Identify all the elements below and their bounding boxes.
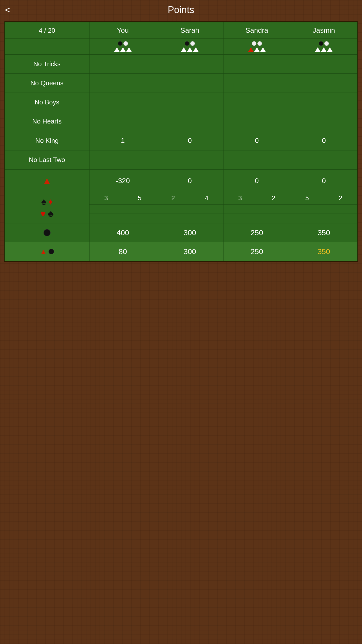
triangle-you: -320 bbox=[89, 170, 156, 192]
sandra-tri-1 bbox=[248, 47, 254, 52]
spade-icon: ♠ bbox=[41, 196, 46, 207]
no-boys-row: No Boys bbox=[5, 93, 357, 112]
suit-icons-cell: ♠ ♦ ♥ ♣ bbox=[5, 192, 89, 223]
sarah-dot-2 bbox=[190, 41, 195, 46]
no-queens-row: No Queens bbox=[5, 74, 357, 93]
no-last-two-row: No Last Two bbox=[5, 150, 357, 170]
no-tricks-row: No Tricks bbox=[5, 55, 357, 74]
suit-e2-2 bbox=[123, 214, 156, 223]
heart-icon: ♥ bbox=[40, 209, 46, 219]
you-tri-3 bbox=[126, 47, 132, 52]
no-last-two-label: No Last Two bbox=[5, 150, 89, 170]
triangle-sandra: 0 bbox=[223, 170, 290, 192]
suit-e1-4 bbox=[190, 204, 223, 214]
suit-e1-8 bbox=[324, 204, 357, 214]
you-tri-1 bbox=[114, 47, 120, 52]
sandra-tri-2 bbox=[254, 47, 260, 52]
you-dot-1 bbox=[118, 41, 122, 46]
no-queens-jasmin bbox=[290, 74, 357, 93]
club-icon: ♣ bbox=[48, 209, 54, 219]
back-button[interactable]: < bbox=[5, 6, 10, 15]
you-tri-2 bbox=[120, 47, 126, 52]
final-sandra: 250 bbox=[223, 242, 290, 261]
player-sandra: Sandra bbox=[223, 22, 290, 39]
triangle-icon-cell: ▲ bbox=[5, 170, 89, 192]
final-icon-cell: ▲ bbox=[5, 242, 89, 261]
red-triangle-icon: ▲ bbox=[42, 175, 52, 186]
no-tricks-jasmin bbox=[290, 55, 357, 74]
no-queens-you bbox=[89, 74, 156, 93]
player-jasmin: Jasmin bbox=[290, 22, 357, 39]
final-circle-icon bbox=[49, 249, 54, 254]
suit-e1-7 bbox=[290, 204, 324, 214]
sarah-tri-3 bbox=[193, 47, 199, 52]
sandra-icons bbox=[223, 39, 290, 55]
suit-e2-4 bbox=[190, 214, 223, 223]
sarah-dot-1 bbox=[185, 41, 189, 46]
triangle-sarah: 0 bbox=[156, 170, 223, 192]
no-last-two-sandra bbox=[223, 150, 290, 170]
circle-icon-cell bbox=[5, 223, 89, 242]
no-boys-sarah bbox=[156, 93, 223, 112]
no-boys-jasmin bbox=[290, 93, 357, 112]
player-sarah: Sarah bbox=[156, 22, 223, 39]
suits-num-sarah-1: 2 bbox=[156, 192, 190, 205]
suit-e2-1 bbox=[89, 214, 123, 223]
final-score-row: ▲ 80 300 250 350 bbox=[5, 242, 357, 261]
you-dot-2 bbox=[123, 41, 128, 46]
no-last-two-sarah bbox=[156, 150, 223, 170]
sandra-dot-1 bbox=[252, 41, 256, 46]
circle-you: 400 bbox=[89, 223, 156, 242]
suits-num-jasmin-1: 5 bbox=[290, 192, 324, 205]
header-row: 4 / 20 You Sarah Sandra Jasmin bbox=[5, 22, 357, 39]
circle-jasmin: 350 bbox=[290, 223, 357, 242]
no-hearts-label: No Hearts bbox=[5, 112, 89, 131]
no-king-you: 1 bbox=[89, 131, 156, 150]
jasmin-dot-1 bbox=[319, 41, 323, 46]
no-queens-sarah bbox=[156, 74, 223, 93]
no-king-row: No King 1 0 0 0 bbox=[5, 131, 357, 150]
suits-num-sandra-2: 2 bbox=[257, 192, 290, 205]
no-hearts-jasmin bbox=[290, 112, 357, 131]
sarah-tri-1 bbox=[181, 47, 187, 52]
final-jasmin: 350 bbox=[290, 242, 357, 261]
suit-e2-3 bbox=[156, 214, 190, 223]
no-boys-label: No Boys bbox=[5, 93, 89, 112]
no-hearts-row: No Hearts bbox=[5, 112, 357, 131]
no-hearts-sandra bbox=[223, 112, 290, 131]
suit-e1-6 bbox=[257, 204, 290, 214]
jasmin-tri-2 bbox=[321, 47, 327, 52]
circle-sandra: 250 bbox=[223, 223, 290, 242]
triangle-score-row: ▲ -320 0 0 0 bbox=[5, 170, 357, 192]
no-boys-you bbox=[89, 93, 156, 112]
no-hearts-sarah bbox=[156, 112, 223, 131]
jasmin-tri-3 bbox=[327, 47, 333, 52]
black-circle-icon bbox=[43, 229, 51, 236]
suit-e1-1 bbox=[89, 204, 123, 214]
you-icons bbox=[89, 39, 156, 55]
sarah-tri-2 bbox=[187, 47, 193, 52]
no-tricks-label: No Tricks bbox=[5, 55, 89, 74]
icons-label-col bbox=[5, 39, 89, 55]
diamond-icon: ♦ bbox=[48, 197, 53, 207]
jasmin-dot-2 bbox=[324, 41, 329, 46]
player-icons-row bbox=[5, 39, 357, 55]
suit-e2-6 bbox=[257, 214, 290, 223]
player-you: You bbox=[89, 22, 156, 39]
suits-num-sandra-1: 3 bbox=[223, 192, 257, 205]
jasmin-icons bbox=[290, 39, 357, 55]
suit-e2-5 bbox=[223, 214, 257, 223]
suit-e1-2 bbox=[123, 204, 156, 214]
no-hearts-you bbox=[89, 112, 156, 131]
suits-num-you-1: 3 bbox=[89, 192, 123, 205]
no-king-label: No King bbox=[5, 131, 89, 150]
header: < Points bbox=[0, 0, 362, 19]
no-queens-label: No Queens bbox=[5, 74, 89, 93]
suit-e2-7 bbox=[290, 214, 324, 223]
sandra-dot-2 bbox=[257, 41, 262, 46]
final-you: 80 bbox=[89, 242, 156, 261]
sarah-icons bbox=[156, 39, 223, 55]
triangle-jasmin: 0 bbox=[290, 170, 357, 192]
no-boys-sandra bbox=[223, 93, 290, 112]
circle-sarah: 300 bbox=[156, 223, 223, 242]
